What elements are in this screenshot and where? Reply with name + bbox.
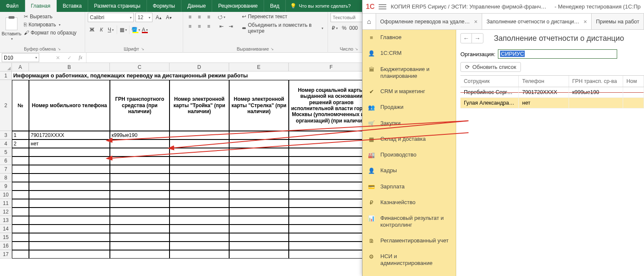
empty-cell[interactable] xyxy=(289,156,374,165)
sidebar-item[interactable]: ✔CRM и маркетинг xyxy=(362,84,456,100)
empty-cell[interactable] xyxy=(229,174,289,182)
data-cell[interactable] xyxy=(229,131,289,139)
empty-cell[interactable] xyxy=(12,199,29,208)
cut-button[interactable]: ✂Вырезать xyxy=(22,13,78,20)
header-cell[interactable]: Номер электронной карты "Тройка" (при на… xyxy=(170,80,229,131)
data-cell[interactable] xyxy=(170,131,229,139)
empty-cell[interactable] xyxy=(29,148,110,156)
empty-cell[interactable] xyxy=(12,225,29,233)
header-cell[interactable]: ГРН транспортного средства (при наличии) xyxy=(110,80,170,131)
empty-cell[interactable] xyxy=(289,182,374,191)
empty-cell[interactable] xyxy=(229,165,289,174)
row-header[interactable]: 6 xyxy=(0,156,12,165)
paste-button[interactable]: Вставить ▾ xyxy=(3,13,20,45)
empty-cell[interactable] xyxy=(12,174,29,182)
empty-cell[interactable] xyxy=(12,216,29,225)
empty-cell[interactable] xyxy=(170,225,229,233)
header-cell[interactable]: Номер мобильного телефона xyxy=(29,80,110,131)
underline-button[interactable]: Ч▾ xyxy=(106,26,115,34)
col-header[interactable]: A xyxy=(12,63,29,71)
empty-cell[interactable] xyxy=(170,182,229,191)
col-grn[interactable]: ГРН трансп. ср-ва xyxy=(569,76,623,87)
row-header[interactable]: 14 xyxy=(0,225,12,233)
fill-color-button[interactable]: 🪣▾ xyxy=(131,26,140,34)
decrease-indent-button[interactable]: ⇤ xyxy=(217,22,226,31)
merge-center-button[interactable]: ⬌Объединить и поместить в центре▾ xyxy=(240,21,325,35)
empty-cell[interactable] xyxy=(12,148,29,156)
empty-cell[interactable] xyxy=(110,216,170,225)
empty-cell[interactable] xyxy=(289,250,374,259)
col-employee[interactable]: Сотрудник xyxy=(460,76,519,87)
empty-cell[interactable] xyxy=(289,233,374,242)
sidebar-item[interactable]: ⚙НСИ и администрирование xyxy=(362,249,456,271)
cancel-icon[interactable]: ✕ xyxy=(56,55,60,61)
data-cell[interactable] xyxy=(110,139,170,148)
empty-cell[interactable] xyxy=(110,174,170,182)
empty-cell[interactable] xyxy=(29,250,110,259)
empty-cell[interactable] xyxy=(229,191,289,199)
empty-cell[interactable] xyxy=(110,191,170,199)
empty-cell[interactable] xyxy=(170,199,229,208)
dialog-launcher-icon[interactable]: ↘ xyxy=(141,47,144,51)
row-header[interactable]: 15 xyxy=(0,233,12,242)
empty-cell[interactable] xyxy=(289,225,374,233)
align-middle-button[interactable]: ≡ xyxy=(195,13,204,21)
tab-data[interactable]: Данные xyxy=(181,0,212,12)
empty-cell[interactable] xyxy=(229,216,289,225)
sidebar-item[interactable]: ▦Склад и доставка xyxy=(362,131,456,147)
data-cell[interactable] xyxy=(289,131,374,139)
empty-cell[interactable] xyxy=(170,148,229,156)
accounting-format-button[interactable]: ₽▾ xyxy=(331,24,339,32)
empty-cell[interactable] xyxy=(29,199,110,208)
bold-button[interactable]: Ж xyxy=(88,26,96,34)
empty-cell[interactable] xyxy=(29,182,110,191)
sidebar-item[interactable]: 🗎Регламентированный учет xyxy=(362,233,456,249)
empty-cell[interactable] xyxy=(229,233,289,242)
tab-file[interactable]: Файл xyxy=(0,0,25,12)
empty-cell[interactable] xyxy=(110,250,170,259)
row-header[interactable]: 10 xyxy=(0,191,12,199)
data-cell[interactable]: 1 xyxy=(12,131,29,139)
font-color-button[interactable]: А▾ xyxy=(141,26,149,34)
header-cell[interactable]: № xyxy=(12,80,29,131)
empty-cell[interactable] xyxy=(289,191,374,199)
back-button[interactable]: ← xyxy=(461,34,472,43)
dialog-launcher-icon[interactable]: ↘ xyxy=(270,47,274,51)
tab-review[interactable]: Рецензирование xyxy=(212,0,264,12)
empty-cell[interactable] xyxy=(29,233,110,242)
forward-button[interactable]: → xyxy=(472,34,483,43)
dialog-launcher-icon[interactable]: ↘ xyxy=(58,47,61,51)
sidebar-item[interactable]: 👥Продажи xyxy=(362,100,456,115)
empty-cell[interactable] xyxy=(289,174,374,182)
tab-insert[interactable]: Вставка xyxy=(57,0,88,12)
empty-cell[interactable] xyxy=(229,208,289,216)
select-all-corner[interactable] xyxy=(0,63,12,71)
empty-cell[interactable] xyxy=(110,233,170,242)
empty-cell[interactable] xyxy=(170,156,229,165)
row-header[interactable]: 11 xyxy=(0,199,12,208)
empty-cell[interactable] xyxy=(110,242,170,250)
comma-format-button[interactable]: 000 xyxy=(349,24,358,32)
empty-cell[interactable] xyxy=(29,191,110,199)
tell-me-search[interactable]: 💡 Что вы хотите сделать? xyxy=(286,0,355,12)
empty-cell[interactable] xyxy=(289,148,374,156)
borders-button[interactable]: ▦▾ xyxy=(119,26,127,34)
col-phone[interactable]: Телефон xyxy=(519,76,569,87)
empty-cell[interactable] xyxy=(12,208,29,216)
sidebar-item[interactable]: ◉Интеграция с 1С-Коннект xyxy=(362,271,456,276)
wrap-text-button[interactable]: ↩Перенести текст xyxy=(240,13,325,20)
empty-cell[interactable] xyxy=(12,182,29,191)
italic-button[interactable]: К xyxy=(97,26,106,34)
empty-cell[interactable] xyxy=(110,148,170,156)
empty-cell[interactable] xyxy=(12,191,29,199)
sidebar-item[interactable]: 🏭Производство xyxy=(362,147,456,163)
empty-cell[interactable] xyxy=(170,216,229,225)
empty-cell[interactable] xyxy=(12,165,29,174)
empty-cell[interactable] xyxy=(289,242,374,250)
empty-cell[interactable] xyxy=(289,199,374,208)
data-cell[interactable]: к999ые190 xyxy=(110,131,170,139)
align-bottom-button[interactable]: ≡ xyxy=(204,13,213,21)
sidebar-item[interactable]: ≡Главное xyxy=(362,30,456,46)
sidebar-item[interactable]: 💳Зарплата xyxy=(362,179,456,195)
row-header[interactable]: 8 xyxy=(0,174,12,182)
